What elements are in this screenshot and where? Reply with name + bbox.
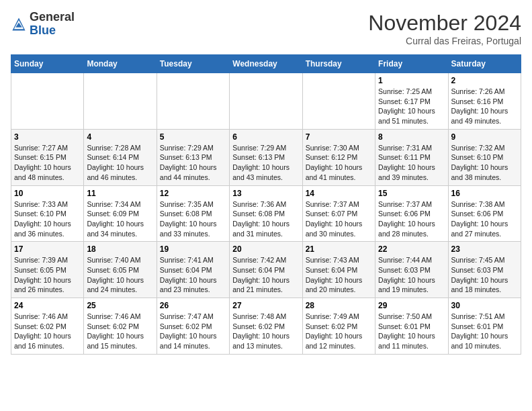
day-info: Sunrise: 7:30 AM Sunset: 6:12 PM Dayligh… — [306, 143, 372, 183]
day-number: 21 — [306, 244, 372, 254]
day-info: Sunrise: 7:29 AM Sunset: 6:13 PM Dayligh… — [232, 143, 299, 183]
day-number: 27 — [232, 301, 299, 310]
day-info: Sunrise: 7:28 AM Sunset: 6:14 PM Dayligh… — [87, 143, 153, 183]
calendar-cell: 2Sunrise: 7:26 AM Sunset: 6:16 PM Daylig… — [448, 73, 521, 130]
day-info: Sunrise: 7:47 AM Sunset: 6:02 PM Dayligh… — [160, 312, 226, 351]
calendar-cell: 6Sunrise: 7:29 AM Sunset: 6:13 PM Daylig… — [230, 129, 302, 185]
day-info: Sunrise: 7:46 AM Sunset: 6:02 PM Dayligh… — [87, 312, 153, 351]
day-number: 18 — [87, 244, 153, 254]
calendar-week-row: 10Sunrise: 7:33 AM Sunset: 6:10 PM Dayli… — [11, 185, 521, 242]
day-info: Sunrise: 7:40 AM Sunset: 6:05 PM Dayligh… — [87, 255, 153, 295]
calendar-week-row: 3Sunrise: 7:27 AM Sunset: 6:15 PM Daylig… — [11, 129, 521, 185]
day-info: Sunrise: 7:51 AM Sunset: 6:01 PM Dayligh… — [451, 312, 518, 351]
calendar-cell — [302, 73, 375, 130]
day-number: 12 — [160, 189, 226, 198]
page-header: General Blue November 2024 Curral das Fr… — [11, 11, 521, 46]
day-info: Sunrise: 7:45 AM Sunset: 6:03 PM Dayligh… — [451, 255, 518, 295]
calendar-cell: 7Sunrise: 7:30 AM Sunset: 6:12 PM Daylig… — [302, 129, 375, 185]
month-title: November 2024 — [368, 11, 521, 36]
calendar-cell: 11Sunrise: 7:34 AM Sunset: 6:09 PM Dayli… — [84, 185, 157, 242]
day-number: 3 — [14, 132, 81, 142]
weekday-header: Thursday — [302, 55, 375, 73]
day-info: Sunrise: 7:41 AM Sunset: 6:04 PM Dayligh… — [160, 255, 226, 295]
calendar-cell: 13Sunrise: 7:36 AM Sunset: 6:08 PM Dayli… — [230, 185, 302, 242]
day-number: 11 — [87, 189, 153, 198]
calendar-week-row: 24Sunrise: 7:46 AM Sunset: 6:02 PM Dayli… — [11, 298, 521, 355]
day-info: Sunrise: 7:31 AM Sunset: 6:11 PM Dayligh… — [378, 143, 445, 183]
calendar-cell: 9Sunrise: 7:32 AM Sunset: 6:10 PM Daylig… — [448, 129, 521, 185]
calendar-cell: 10Sunrise: 7:33 AM Sunset: 6:10 PM Dayli… — [11, 185, 84, 242]
weekday-header: Friday — [375, 55, 448, 73]
weekday-header: Sunday — [11, 55, 84, 73]
day-number: 26 — [160, 301, 226, 310]
weekday-header: Saturday — [448, 55, 521, 73]
day-number: 9 — [451, 132, 518, 142]
calendar-cell: 29Sunrise: 7:50 AM Sunset: 6:01 PM Dayli… — [375, 298, 448, 355]
calendar-cell: 22Sunrise: 7:44 AM Sunset: 6:03 PM Dayli… — [375, 242, 448, 298]
day-info: Sunrise: 7:27 AM Sunset: 6:15 PM Dayligh… — [14, 143, 81, 183]
day-info: Sunrise: 7:39 AM Sunset: 6:05 PM Dayligh… — [14, 255, 81, 295]
title-block: November 2024 Curral das Freiras, Portug… — [368, 11, 521, 46]
calendar-cell: 20Sunrise: 7:42 AM Sunset: 6:04 PM Dayli… — [230, 242, 302, 298]
day-number: 8 — [378, 132, 445, 142]
day-number: 22 — [378, 244, 445, 254]
day-number: 13 — [232, 189, 299, 198]
calendar-cell — [84, 73, 157, 130]
day-number: 23 — [451, 244, 518, 254]
calendar-cell: 19Sunrise: 7:41 AM Sunset: 6:04 PM Dayli… — [157, 242, 229, 298]
day-info: Sunrise: 7:44 AM Sunset: 6:03 PM Dayligh… — [378, 255, 445, 295]
calendar-cell: 16Sunrise: 7:38 AM Sunset: 6:06 PM Dayli… — [448, 185, 521, 242]
day-number: 4 — [87, 132, 153, 142]
day-number: 17 — [14, 244, 81, 254]
calendar-cell: 23Sunrise: 7:45 AM Sunset: 6:03 PM Dayli… — [448, 242, 521, 298]
calendar-cell — [157, 73, 229, 130]
day-info: Sunrise: 7:49 AM Sunset: 6:02 PM Dayligh… — [306, 312, 372, 351]
calendar-cell: 18Sunrise: 7:40 AM Sunset: 6:05 PM Dayli… — [84, 242, 157, 298]
day-info: Sunrise: 7:25 AM Sunset: 6:17 PM Dayligh… — [378, 87, 445, 126]
day-number: 6 — [232, 132, 299, 142]
day-info: Sunrise: 7:35 AM Sunset: 6:08 PM Dayligh… — [160, 199, 226, 239]
day-info: Sunrise: 7:37 AM Sunset: 6:07 PM Dayligh… — [306, 199, 372, 239]
day-info: Sunrise: 7:43 AM Sunset: 6:04 PM Dayligh… — [306, 255, 372, 295]
day-number: 1 — [378, 76, 445, 85]
calendar-cell: 21Sunrise: 7:43 AM Sunset: 6:04 PM Dayli… — [302, 242, 375, 298]
calendar-cell — [11, 73, 84, 130]
weekday-header-row: SundayMondayTuesdayWednesdayThursdayFrid… — [11, 55, 521, 73]
day-number: 2 — [451, 76, 518, 85]
calendar-cell: 24Sunrise: 7:46 AM Sunset: 6:02 PM Dayli… — [11, 298, 84, 355]
calendar-cell: 1Sunrise: 7:25 AM Sunset: 6:17 PM Daylig… — [375, 73, 448, 130]
calendar-cell: 5Sunrise: 7:29 AM Sunset: 6:13 PM Daylig… — [157, 129, 229, 185]
day-info: Sunrise: 7:50 AM Sunset: 6:01 PM Dayligh… — [378, 312, 445, 351]
day-number: 15 — [378, 189, 445, 198]
calendar-cell: 17Sunrise: 7:39 AM Sunset: 6:05 PM Dayli… — [11, 242, 84, 298]
day-info: Sunrise: 7:34 AM Sunset: 6:09 PM Dayligh… — [87, 199, 153, 239]
logo-text: General Blue — [30, 11, 75, 38]
weekday-header: Monday — [84, 55, 157, 73]
day-number: 5 — [160, 132, 226, 142]
day-number: 24 — [14, 301, 81, 310]
day-info: Sunrise: 7:29 AM Sunset: 6:13 PM Dayligh… — [160, 143, 226, 183]
calendar-cell: 12Sunrise: 7:35 AM Sunset: 6:08 PM Dayli… — [157, 185, 229, 242]
day-info: Sunrise: 7:26 AM Sunset: 6:16 PM Dayligh… — [451, 87, 518, 126]
calendar-table: SundayMondayTuesdayWednesdayThursdayFrid… — [11, 54, 521, 355]
day-number: 30 — [451, 301, 518, 310]
calendar-cell: 4Sunrise: 7:28 AM Sunset: 6:14 PM Daylig… — [84, 129, 157, 185]
day-info: Sunrise: 7:36 AM Sunset: 6:08 PM Dayligh… — [232, 199, 299, 239]
calendar-cell: 28Sunrise: 7:49 AM Sunset: 6:02 PM Dayli… — [302, 298, 375, 355]
day-number: 25 — [87, 301, 153, 310]
day-number: 19 — [160, 244, 226, 254]
calendar-cell — [230, 73, 302, 130]
day-info: Sunrise: 7:42 AM Sunset: 6:04 PM Dayligh… — [232, 255, 299, 295]
calendar-cell: 3Sunrise: 7:27 AM Sunset: 6:15 PM Daylig… — [11, 129, 84, 185]
day-number: 28 — [306, 301, 372, 310]
day-number: 10 — [14, 189, 81, 198]
day-info: Sunrise: 7:38 AM Sunset: 6:06 PM Dayligh… — [451, 199, 518, 239]
calendar-week-row: 17Sunrise: 7:39 AM Sunset: 6:05 PM Dayli… — [11, 242, 521, 298]
location-subtitle: Curral das Freiras, Portugal — [368, 36, 521, 46]
day-number: 16 — [451, 189, 518, 198]
day-number: 14 — [306, 189, 372, 198]
calendar-cell: 26Sunrise: 7:47 AM Sunset: 6:02 PM Dayli… — [157, 298, 229, 355]
calendar-cell: 15Sunrise: 7:37 AM Sunset: 6:06 PM Dayli… — [375, 185, 448, 242]
calendar-cell: 30Sunrise: 7:51 AM Sunset: 6:01 PM Dayli… — [448, 298, 521, 355]
day-info: Sunrise: 7:37 AM Sunset: 6:06 PM Dayligh… — [378, 199, 445, 239]
